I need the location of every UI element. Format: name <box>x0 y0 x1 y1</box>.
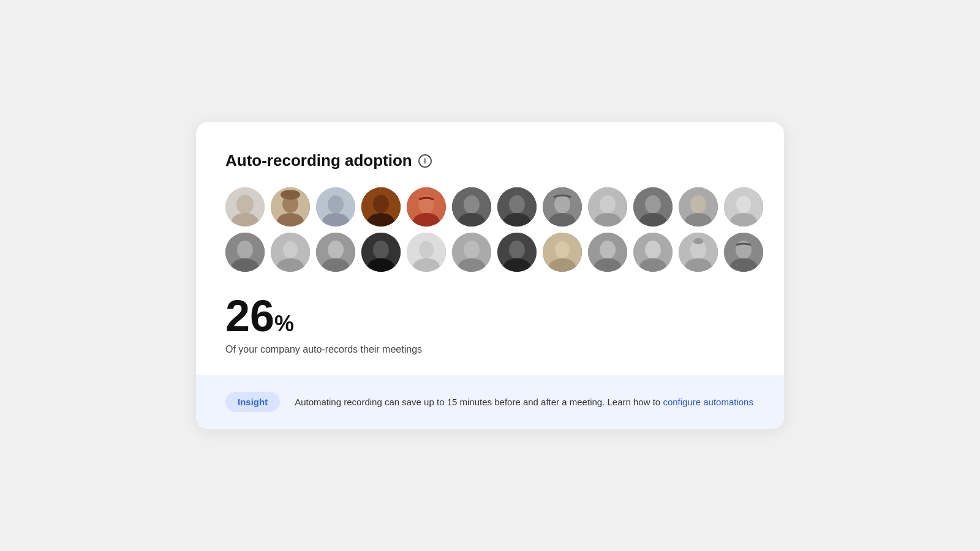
info-icon[interactable]: i <box>418 154 432 168</box>
avatar <box>452 233 491 272</box>
svg-point-62 <box>600 241 616 259</box>
svg-point-41 <box>283 241 298 258</box>
avatar <box>271 233 310 272</box>
card-header: Auto-recording adoption i <box>225 151 755 170</box>
stat-number: 26% <box>225 294 755 338</box>
svg-point-23 <box>554 195 570 214</box>
avatar <box>724 187 763 227</box>
avatar <box>679 233 718 272</box>
insight-text-before-link: Automating recording can save up to 15 m… <box>295 397 663 407</box>
avatars-row-2 <box>225 233 755 272</box>
insight-section: Insight Automating recording can save up… <box>196 375 784 429</box>
avatar <box>407 187 446 227</box>
svg-point-32 <box>690 195 706 214</box>
avatar <box>497 187 537 227</box>
stat-description: Of your company auto-records their meeti… <box>225 344 755 355</box>
svg-point-59 <box>555 241 570 258</box>
svg-point-20 <box>509 195 525 214</box>
stat-value: 26 <box>225 291 274 340</box>
avatar <box>225 233 265 272</box>
avatar <box>271 187 310 227</box>
svg-point-29 <box>645 195 661 214</box>
avatar <box>316 233 355 272</box>
svg-point-11 <box>373 195 389 213</box>
svg-point-6 <box>281 190 300 200</box>
avatar <box>633 187 673 227</box>
svg-point-53 <box>464 241 480 259</box>
avatar <box>361 187 401 227</box>
svg-point-1 <box>236 195 254 214</box>
svg-point-26 <box>600 195 616 214</box>
svg-point-38 <box>237 241 253 259</box>
auto-recording-card: Auto-recording adoption i <box>196 122 784 429</box>
card-title: Auto-recording adoption <box>225 151 412 170</box>
avatar <box>452 187 491 227</box>
configure-automations-link[interactable]: configure automations <box>663 397 753 407</box>
avatar <box>407 233 446 272</box>
svg-point-8 <box>328 195 344 214</box>
svg-point-56 <box>509 241 525 259</box>
svg-point-65 <box>645 241 661 259</box>
avatar <box>543 233 582 272</box>
avatar <box>361 233 401 272</box>
insight-text: Automating recording can save up to 15 m… <box>295 395 753 409</box>
avatar <box>679 187 718 227</box>
avatar <box>724 233 763 272</box>
avatar <box>225 187 265 227</box>
avatar <box>543 187 582 227</box>
insight-badge: Insight <box>225 392 280 412</box>
svg-point-50 <box>419 241 434 258</box>
avatars-row-1 <box>225 187 755 227</box>
svg-point-44 <box>328 241 344 259</box>
stat-percent: % <box>274 311 294 336</box>
svg-point-17 <box>464 195 480 214</box>
avatars-grid <box>225 187 755 272</box>
avatar <box>588 187 627 227</box>
avatar <box>633 233 673 272</box>
avatar <box>497 233 537 272</box>
stat-section: 26% Of your company auto-records their m… <box>225 294 755 355</box>
svg-point-47 <box>373 241 389 259</box>
avatar <box>316 187 355 227</box>
svg-point-70 <box>693 238 703 244</box>
svg-point-35 <box>736 196 751 213</box>
avatar <box>588 233 627 272</box>
